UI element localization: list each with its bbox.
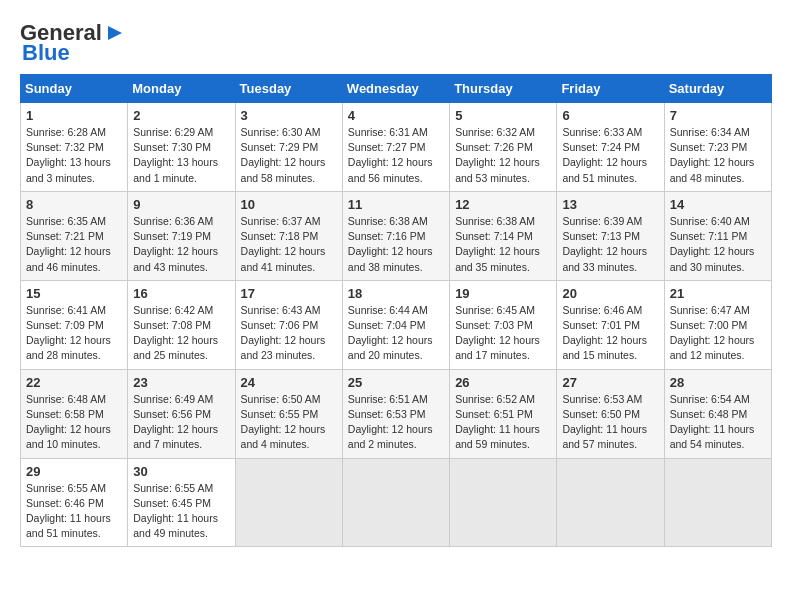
day-detail: Sunrise: 6:45 AMSunset: 7:03 PMDaylight:… bbox=[455, 304, 540, 362]
day-cell: 25Sunrise: 6:51 AMSunset: 6:53 PMDayligh… bbox=[342, 369, 449, 458]
header-row: SundayMondayTuesdayWednesdayThursdayFrid… bbox=[21, 75, 772, 103]
day-cell: 11Sunrise: 6:38 AMSunset: 7:16 PMDayligh… bbox=[342, 191, 449, 280]
day-cell: 18Sunrise: 6:44 AMSunset: 7:04 PMDayligh… bbox=[342, 280, 449, 369]
day-detail: Sunrise: 6:55 AMSunset: 6:46 PMDaylight:… bbox=[26, 482, 111, 540]
day-cell: 16Sunrise: 6:42 AMSunset: 7:08 PMDayligh… bbox=[128, 280, 235, 369]
day-cell: 4Sunrise: 6:31 AMSunset: 7:27 PMDaylight… bbox=[342, 103, 449, 192]
day-detail: Sunrise: 6:33 AMSunset: 7:24 PMDaylight:… bbox=[562, 126, 647, 184]
day-number: 7 bbox=[670, 108, 766, 123]
day-cell: 17Sunrise: 6:43 AMSunset: 7:06 PMDayligh… bbox=[235, 280, 342, 369]
day-cell bbox=[235, 458, 342, 547]
day-number: 12 bbox=[455, 197, 551, 212]
day-cell: 28Sunrise: 6:54 AMSunset: 6:48 PMDayligh… bbox=[664, 369, 771, 458]
day-number: 14 bbox=[670, 197, 766, 212]
column-header-monday: Monday bbox=[128, 75, 235, 103]
day-detail: Sunrise: 6:35 AMSunset: 7:21 PMDaylight:… bbox=[26, 215, 111, 273]
day-number: 17 bbox=[241, 286, 337, 301]
column-header-sunday: Sunday bbox=[21, 75, 128, 103]
day-detail: Sunrise: 6:31 AMSunset: 7:27 PMDaylight:… bbox=[348, 126, 433, 184]
day-number: 11 bbox=[348, 197, 444, 212]
logo: General Blue bbox=[20, 20, 126, 66]
calendar-body: 1Sunrise: 6:28 AMSunset: 7:32 PMDaylight… bbox=[21, 103, 772, 547]
day-number: 26 bbox=[455, 375, 551, 390]
day-cell bbox=[557, 458, 664, 547]
day-number: 27 bbox=[562, 375, 658, 390]
day-detail: Sunrise: 6:47 AMSunset: 7:00 PMDaylight:… bbox=[670, 304, 755, 362]
day-number: 9 bbox=[133, 197, 229, 212]
column-header-friday: Friday bbox=[557, 75, 664, 103]
day-number: 20 bbox=[562, 286, 658, 301]
day-number: 15 bbox=[26, 286, 122, 301]
day-cell bbox=[664, 458, 771, 547]
day-detail: Sunrise: 6:49 AMSunset: 6:56 PMDaylight:… bbox=[133, 393, 218, 451]
day-cell: 22Sunrise: 6:48 AMSunset: 6:58 PMDayligh… bbox=[21, 369, 128, 458]
day-number: 24 bbox=[241, 375, 337, 390]
day-cell: 1Sunrise: 6:28 AMSunset: 7:32 PMDaylight… bbox=[21, 103, 128, 192]
day-cell: 10Sunrise: 6:37 AMSunset: 7:18 PMDayligh… bbox=[235, 191, 342, 280]
week-row-2: 8Sunrise: 6:35 AMSunset: 7:21 PMDaylight… bbox=[21, 191, 772, 280]
day-cell: 29Sunrise: 6:55 AMSunset: 6:46 PMDayligh… bbox=[21, 458, 128, 547]
day-cell: 14Sunrise: 6:40 AMSunset: 7:11 PMDayligh… bbox=[664, 191, 771, 280]
day-detail: Sunrise: 6:55 AMSunset: 6:45 PMDaylight:… bbox=[133, 482, 218, 540]
day-detail: Sunrise: 6:50 AMSunset: 6:55 PMDaylight:… bbox=[241, 393, 326, 451]
week-row-5: 29Sunrise: 6:55 AMSunset: 6:46 PMDayligh… bbox=[21, 458, 772, 547]
day-number: 19 bbox=[455, 286, 551, 301]
day-detail: Sunrise: 6:39 AMSunset: 7:13 PMDaylight:… bbox=[562, 215, 647, 273]
day-number: 29 bbox=[26, 464, 122, 479]
day-cell bbox=[342, 458, 449, 547]
day-detail: Sunrise: 6:32 AMSunset: 7:26 PMDaylight:… bbox=[455, 126, 540, 184]
day-number: 6 bbox=[562, 108, 658, 123]
column-header-saturday: Saturday bbox=[664, 75, 771, 103]
day-detail: Sunrise: 6:38 AMSunset: 7:14 PMDaylight:… bbox=[455, 215, 540, 273]
day-cell: 24Sunrise: 6:50 AMSunset: 6:55 PMDayligh… bbox=[235, 369, 342, 458]
logo-icon bbox=[104, 22, 126, 44]
day-cell: 26Sunrise: 6:52 AMSunset: 6:51 PMDayligh… bbox=[450, 369, 557, 458]
day-cell: 13Sunrise: 6:39 AMSunset: 7:13 PMDayligh… bbox=[557, 191, 664, 280]
day-number: 4 bbox=[348, 108, 444, 123]
day-detail: Sunrise: 6:37 AMSunset: 7:18 PMDaylight:… bbox=[241, 215, 326, 273]
day-number: 30 bbox=[133, 464, 229, 479]
page-header: General Blue bbox=[20, 20, 772, 66]
day-detail: Sunrise: 6:51 AMSunset: 6:53 PMDaylight:… bbox=[348, 393, 433, 451]
day-detail: Sunrise: 6:52 AMSunset: 6:51 PMDaylight:… bbox=[455, 393, 540, 451]
day-number: 13 bbox=[562, 197, 658, 212]
svg-marker-0 bbox=[108, 26, 122, 40]
day-detail: Sunrise: 6:53 AMSunset: 6:50 PMDaylight:… bbox=[562, 393, 647, 451]
day-number: 3 bbox=[241, 108, 337, 123]
day-number: 16 bbox=[133, 286, 229, 301]
day-number: 28 bbox=[670, 375, 766, 390]
day-cell bbox=[450, 458, 557, 547]
day-cell: 8Sunrise: 6:35 AMSunset: 7:21 PMDaylight… bbox=[21, 191, 128, 280]
day-cell: 23Sunrise: 6:49 AMSunset: 6:56 PMDayligh… bbox=[128, 369, 235, 458]
day-detail: Sunrise: 6:44 AMSunset: 7:04 PMDaylight:… bbox=[348, 304, 433, 362]
week-row-3: 15Sunrise: 6:41 AMSunset: 7:09 PMDayligh… bbox=[21, 280, 772, 369]
day-detail: Sunrise: 6:46 AMSunset: 7:01 PMDaylight:… bbox=[562, 304, 647, 362]
day-number: 18 bbox=[348, 286, 444, 301]
day-cell: 6Sunrise: 6:33 AMSunset: 7:24 PMDaylight… bbox=[557, 103, 664, 192]
column-header-thursday: Thursday bbox=[450, 75, 557, 103]
day-cell: 2Sunrise: 6:29 AMSunset: 7:30 PMDaylight… bbox=[128, 103, 235, 192]
day-number: 21 bbox=[670, 286, 766, 301]
day-detail: Sunrise: 6:36 AMSunset: 7:19 PMDaylight:… bbox=[133, 215, 218, 273]
day-cell: 9Sunrise: 6:36 AMSunset: 7:19 PMDaylight… bbox=[128, 191, 235, 280]
day-cell: 20Sunrise: 6:46 AMSunset: 7:01 PMDayligh… bbox=[557, 280, 664, 369]
logo-blue: Blue bbox=[22, 40, 70, 66]
column-header-tuesday: Tuesday bbox=[235, 75, 342, 103]
day-cell: 5Sunrise: 6:32 AMSunset: 7:26 PMDaylight… bbox=[450, 103, 557, 192]
week-row-4: 22Sunrise: 6:48 AMSunset: 6:58 PMDayligh… bbox=[21, 369, 772, 458]
week-row-1: 1Sunrise: 6:28 AMSunset: 7:32 PMDaylight… bbox=[21, 103, 772, 192]
day-cell: 30Sunrise: 6:55 AMSunset: 6:45 PMDayligh… bbox=[128, 458, 235, 547]
day-detail: Sunrise: 6:41 AMSunset: 7:09 PMDaylight:… bbox=[26, 304, 111, 362]
day-cell: 3Sunrise: 6:30 AMSunset: 7:29 PMDaylight… bbox=[235, 103, 342, 192]
day-number: 2 bbox=[133, 108, 229, 123]
day-number: 25 bbox=[348, 375, 444, 390]
column-header-wednesday: Wednesday bbox=[342, 75, 449, 103]
day-cell: 15Sunrise: 6:41 AMSunset: 7:09 PMDayligh… bbox=[21, 280, 128, 369]
day-detail: Sunrise: 6:42 AMSunset: 7:08 PMDaylight:… bbox=[133, 304, 218, 362]
day-detail: Sunrise: 6:28 AMSunset: 7:32 PMDaylight:… bbox=[26, 126, 111, 184]
day-number: 22 bbox=[26, 375, 122, 390]
day-number: 5 bbox=[455, 108, 551, 123]
day-detail: Sunrise: 6:40 AMSunset: 7:11 PMDaylight:… bbox=[670, 215, 755, 273]
day-number: 8 bbox=[26, 197, 122, 212]
day-cell: 19Sunrise: 6:45 AMSunset: 7:03 PMDayligh… bbox=[450, 280, 557, 369]
